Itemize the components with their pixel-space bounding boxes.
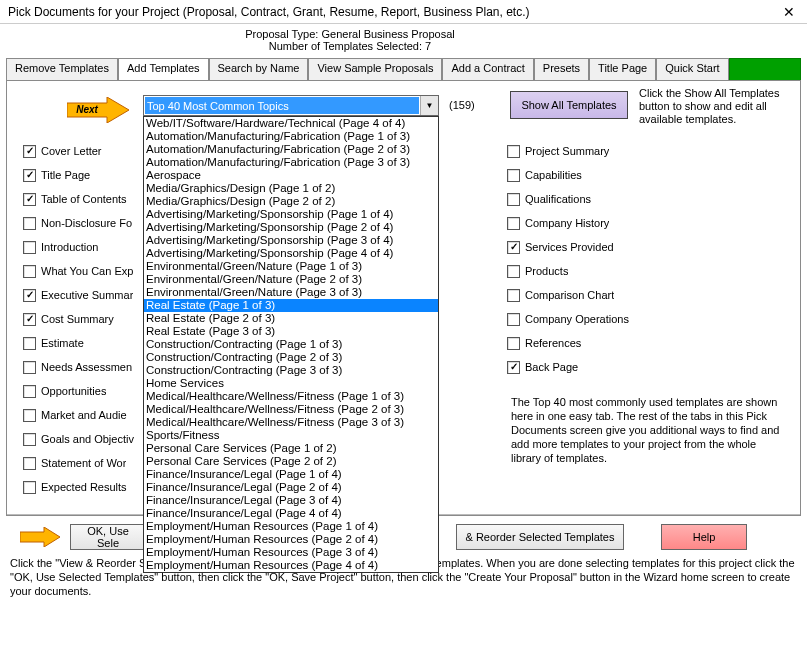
dropdown-option[interactable]: Construction/Contracting (Page 1 of 3) [144,338,438,351]
dropdown-option[interactable]: Personal Care Services (Page 2 of 2) [144,455,438,468]
dropdown-option[interactable]: Aerospace [144,169,438,182]
dropdown-option[interactable]: Advertising/Marketing/Sponsorship (Page … [144,208,438,221]
dropdown-option[interactable]: Media/Graphics/Design (Page 2 of 2) [144,195,438,208]
checkbox-executive-summar[interactable]: Executive Summar [23,283,163,307]
checkbox-expected-results[interactable]: Expected Results [23,475,163,499]
checkbox-box[interactable] [23,433,36,446]
checkbox-box[interactable] [23,217,36,230]
checkbox-needs-assessmen[interactable]: Needs Assessmen [23,355,163,379]
dropdown-option[interactable]: Finance/Insurance/Legal (Page 3 of 4) [144,494,438,507]
dropdown-option[interactable]: Employment/Human Resources (Page 4 of 4) [144,559,438,572]
tab-view-sample-proposals[interactable]: View Sample Proposals [308,58,442,80]
checkbox-market-and-audie[interactable]: Market and Audie [23,403,163,427]
checkbox-box[interactable] [23,457,36,470]
checkbox-box[interactable] [23,241,36,254]
checkbox-company-history[interactable]: Company History [507,211,687,235]
checkbox-box[interactable] [23,145,36,158]
checkbox-box[interactable] [507,217,520,230]
dropdown-option[interactable]: Medical/Healthcare/Wellness/Fitness (Pag… [144,403,438,416]
dropdown-option[interactable]: Environmental/Green/Nature (Page 1 of 3) [144,260,438,273]
dropdown-option[interactable]: Finance/Insurance/Legal (Page 1 of 4) [144,468,438,481]
chevron-down-icon[interactable]: ▼ [420,96,438,115]
checkbox-what-you-can-exp[interactable]: What You Can Exp [23,259,163,283]
dropdown-option[interactable]: Advertising/Marketing/Sponsorship (Page … [144,234,438,247]
close-icon[interactable]: ✕ [775,3,803,21]
dropdown-option[interactable]: Advertising/Marketing/Sponsorship (Page … [144,247,438,260]
checkbox-qualifications[interactable]: Qualifications [507,187,687,211]
help-button[interactable]: Help [661,524,747,550]
checkbox-box[interactable] [507,265,520,278]
checkbox-comparison-chart[interactable]: Comparison Chart [507,283,687,307]
dropdown-option[interactable]: Real Estate (Page 2 of 3) [144,312,438,325]
checkbox-box[interactable] [23,193,36,206]
checkbox-box[interactable] [23,385,36,398]
checkbox-box[interactable] [23,313,36,326]
checkbox-cover-letter[interactable]: Cover Letter [23,139,163,163]
dropdown-option[interactable]: Web/IT/Software/Hardware/Technical (Page… [144,117,438,130]
dropdown-option[interactable]: Home Services [144,377,438,390]
show-all-templates-button[interactable]: Show All Templates [510,91,628,119]
dropdown-option[interactable]: Automation/Manufacturing/Fabrication (Pa… [144,143,438,156]
dropdown-option[interactable]: Finance/Insurance/Legal (Page 4 of 4) [144,507,438,520]
checkbox-capabilities[interactable]: Capabilities [507,163,687,187]
dropdown-selected[interactable]: Top 40 Most Common Topics ▼ [143,95,439,116]
checkbox-box[interactable] [23,361,36,374]
checkbox-introduction[interactable]: Introduction [23,235,163,259]
checkbox-box[interactable] [23,289,36,302]
dropdown-option[interactable]: Advertising/Marketing/Sponsorship (Page … [144,221,438,234]
checkbox-back-page[interactable]: Back Page [507,355,687,379]
checkbox-box[interactable] [507,337,520,350]
dropdown-option[interactable]: Environmental/Green/Nature (Page 3 of 3) [144,286,438,299]
checkbox-box[interactable] [507,241,520,254]
checkbox-box[interactable] [507,289,520,302]
checkbox-box[interactable] [23,265,36,278]
checkbox-box[interactable] [507,193,520,206]
checkbox-references[interactable]: References [507,331,687,355]
dropdown-option[interactable]: Finance/Insurance/Legal (Page 2 of 4) [144,481,438,494]
checkbox-products[interactable]: Products [507,259,687,283]
checkbox-services-provided[interactable]: Services Provided [507,235,687,259]
checkbox-box[interactable] [23,337,36,350]
dropdown-option[interactable]: Employment/Human Resources (Page 3 of 4) [144,546,438,559]
checkbox-estimate[interactable]: Estimate [23,331,163,355]
tab-add-a-contract[interactable]: Add a Contract [442,58,533,80]
checkbox-title-page[interactable]: Title Page [23,163,163,187]
checkbox-cost-summary[interactable]: Cost Summary [23,307,163,331]
dropdown-option[interactable]: Automation/Manufacturing/Fabrication (Pa… [144,156,438,169]
dropdown-option[interactable]: Real Estate (Page 1 of 3) [144,299,438,312]
tab-presets[interactable]: Presets [534,58,589,80]
tab-search-by-name[interactable]: Search by Name [209,58,309,80]
checkbox-goals-and-objectiv[interactable]: Goals and Objectiv [23,427,163,451]
checkbox-project-summary[interactable]: Project Summary [507,139,687,163]
dropdown-option[interactable]: Construction/Contracting (Page 2 of 3) [144,351,438,364]
dropdown-option[interactable]: Environmental/Green/Nature (Page 2 of 3) [144,273,438,286]
checkbox-box[interactable] [507,169,520,182]
checkbox-box[interactable] [23,481,36,494]
topic-dropdown[interactable]: Top 40 Most Common Topics ▼ Web/IT/Softw… [143,95,439,116]
dropdown-option[interactable]: Personal Care Services (Page 1 of 2) [144,442,438,455]
dropdown-option[interactable]: Medical/Healthcare/Wellness/Fitness (Pag… [144,416,438,429]
checkbox-box[interactable] [507,313,520,326]
checkbox-box[interactable] [507,361,520,374]
dropdown-option[interactable]: Employment/Human Resources (Page 1 of 4) [144,520,438,533]
checkbox-box[interactable] [23,169,36,182]
ok-use-selected-button[interactable]: OK, Use Sele [70,524,146,550]
dropdown-option[interactable]: Employment/Human Resources (Page 2 of 4) [144,533,438,546]
dropdown-list[interactable]: Web/IT/Software/Hardware/Technical (Page… [143,116,439,573]
checkbox-company-operations[interactable]: Company Operations [507,307,687,331]
checkbox-box[interactable] [507,145,520,158]
tab-add-templates[interactable]: Add Templates [118,58,209,80]
tab-remove-templates[interactable]: Remove Templates [6,58,118,80]
checkbox-non-disclosure-fo[interactable]: Non-Disclosure Fo [23,211,163,235]
checkbox-table-of-contents[interactable]: Table of Contents [23,187,163,211]
dropdown-option[interactable]: Construction/Contracting (Page 3 of 3) [144,364,438,377]
dropdown-option[interactable]: Sports/Fitness [144,429,438,442]
tab-quick-start[interactable]: Quick Start [656,58,728,80]
dropdown-option[interactable]: Automation/Manufacturing/Fabrication (Pa… [144,130,438,143]
dropdown-option[interactable]: Media/Graphics/Design (Page 1 of 2) [144,182,438,195]
checkbox-box[interactable] [23,409,36,422]
dropdown-option[interactable]: Medical/Healthcare/Wellness/Fitness (Pag… [144,390,438,403]
dropdown-option[interactable]: Real Estate (Page 3 of 3) [144,325,438,338]
checkbox-opportunities[interactable]: Opportunities [23,379,163,403]
tab-title-page[interactable]: Title Page [589,58,656,80]
